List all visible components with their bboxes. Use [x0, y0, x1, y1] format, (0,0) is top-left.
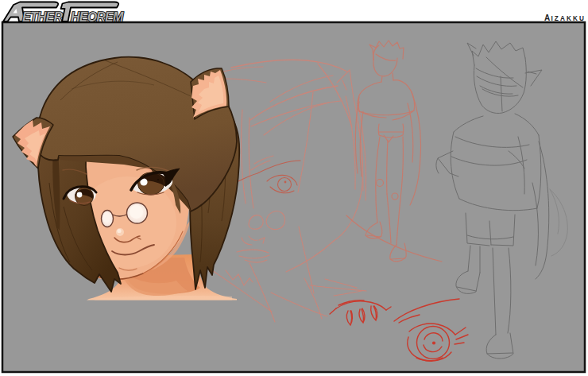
svg-text:ETHER: ETHER: [22, 10, 63, 24]
svg-text:HEOREM: HEOREM: [71, 10, 124, 24]
svg-text:A: A: [544, 14, 550, 22]
svg-text:IZAKKU: IZAKKU: [551, 15, 586, 22]
